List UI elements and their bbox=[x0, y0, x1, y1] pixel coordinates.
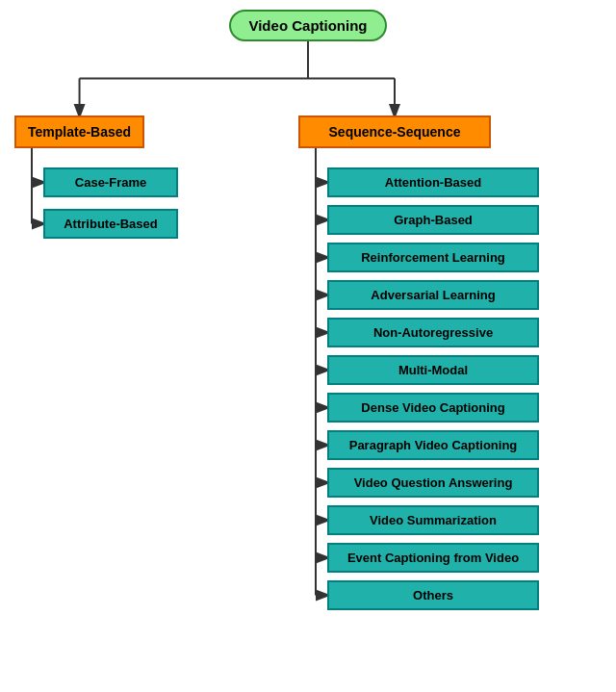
non-autoregressive-label: Non-Autoregressive bbox=[373, 325, 493, 340]
paragraph-video-captioning-label: Paragraph Video Captioning bbox=[349, 438, 518, 452]
sequence-sequence-node: Sequence-Sequence bbox=[298, 115, 491, 148]
template-based-node: Template-Based bbox=[14, 115, 144, 148]
video-summarization-node: Video Summarization bbox=[327, 505, 539, 535]
attribute-based-label: Attribute-Based bbox=[64, 217, 158, 231]
dense-video-captioning-node: Dense Video Captioning bbox=[327, 393, 539, 423]
attention-based-node: Attention-Based bbox=[327, 167, 539, 197]
reinforcement-learning-label: Reinforcement Learning bbox=[361, 250, 505, 265]
multi-modal-label: Multi-Modal bbox=[398, 363, 468, 377]
sequence-sequence-label: Sequence-Sequence bbox=[329, 124, 461, 140]
root-label: Video Captioning bbox=[248, 17, 367, 34]
non-autoregressive-node: Non-Autoregressive bbox=[327, 318, 539, 347]
others-label: Others bbox=[413, 588, 453, 602]
others-node: Others bbox=[327, 580, 539, 610]
adversarial-learning-label: Adversarial Learning bbox=[371, 288, 495, 302]
root-node: Video Captioning bbox=[229, 10, 386, 41]
graph-based-label: Graph-Based bbox=[394, 213, 473, 227]
event-captioning-node: Event Captioning from Video bbox=[327, 543, 539, 573]
template-based-label: Template-Based bbox=[28, 124, 131, 140]
case-frame-label: Case-Frame bbox=[75, 175, 146, 190]
attention-based-label: Attention-Based bbox=[385, 175, 481, 190]
event-captioning-label: Event Captioning from Video bbox=[347, 551, 519, 565]
video-question-answering-node: Video Question Answering bbox=[327, 468, 539, 498]
attribute-based-node: Attribute-Based bbox=[43, 209, 178, 239]
video-summarization-label: Video Summarization bbox=[370, 513, 497, 527]
video-question-answering-label: Video Question Answering bbox=[354, 475, 513, 490]
paragraph-video-captioning-node: Paragraph Video Captioning bbox=[327, 430, 539, 460]
dense-video-captioning-label: Dense Video Captioning bbox=[361, 400, 504, 415]
case-frame-node: Case-Frame bbox=[43, 167, 178, 197]
reinforcement-learning-node: Reinforcement Learning bbox=[327, 243, 539, 272]
graph-based-node: Graph-Based bbox=[327, 205, 539, 235]
multi-modal-node: Multi-Modal bbox=[327, 355, 539, 385]
adversarial-learning-node: Adversarial Learning bbox=[327, 280, 539, 310]
